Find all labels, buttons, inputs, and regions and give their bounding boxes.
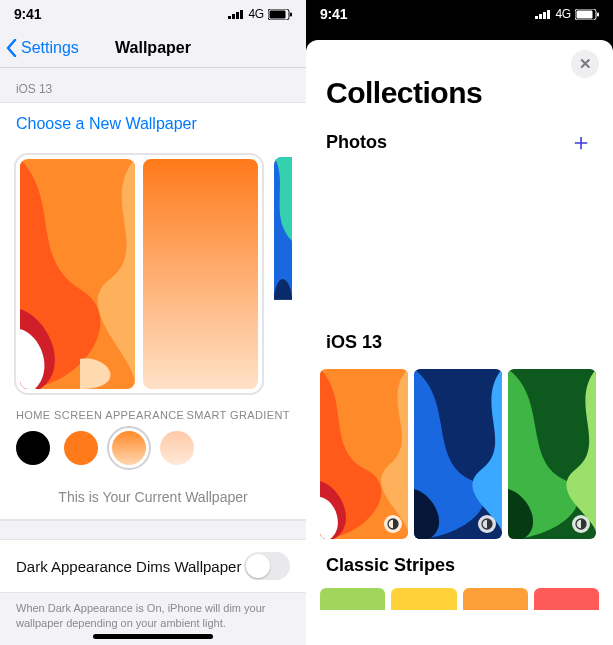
svg-rect-11 (539, 14, 542, 19)
svg-rect-12 (543, 12, 546, 19)
dynamic-icon (572, 515, 590, 533)
swatch-black[interactable] (16, 431, 50, 465)
photos-empty-area (306, 164, 613, 326)
back-label: Settings (21, 39, 79, 57)
svg-rect-6 (290, 12, 292, 16)
close-button[interactable]: ✕ (571, 50, 599, 78)
stripe-tile[interactable] (534, 588, 599, 610)
swatch-orange[interactable] (64, 431, 98, 465)
chevron-left-icon (6, 39, 18, 57)
svg-rect-15 (577, 10, 593, 18)
photos-section-header: Photos ＋ (306, 124, 613, 164)
network-label: 4G (248, 7, 264, 21)
svg-rect-8 (143, 159, 258, 389)
nav-bar: Settings Wallpaper (0, 28, 306, 68)
dark-dims-toggle[interactable] (244, 552, 290, 580)
collections-screen: 9:41 4G ✕ Collections Photos ＋ iOS 13 (306, 0, 613, 645)
wallpaper-tile-green[interactable] (508, 369, 596, 539)
wallpaper-tile-blue[interactable] (414, 369, 502, 539)
current-wallpaper-frame[interactable] (14, 153, 264, 395)
wallpaper-thumb-dynamic (20, 159, 135, 389)
stripe-tile[interactable] (320, 588, 385, 610)
svg-rect-0 (228, 16, 231, 19)
svg-rect-13 (547, 10, 550, 19)
dark-dims-row: Dark Appearance Dims Wallpaper (0, 539, 306, 593)
classic-stripes-strip[interactable] (306, 586, 613, 610)
appearance-swatch-row (0, 421, 306, 479)
status-bar: 9:41 4G (0, 0, 306, 28)
svg-rect-1 (232, 14, 235, 19)
swatch-orange-gradient[interactable] (112, 431, 146, 465)
home-indicator[interactable] (400, 634, 520, 639)
collections-sheet: ✕ Collections Photos ＋ iOS 13 (306, 40, 613, 645)
classic-stripes-title: Classic Stripes (326, 555, 455, 576)
dynamic-icon (384, 515, 402, 533)
choose-wallpaper-link[interactable]: Choose a New Wallpaper (0, 103, 306, 145)
add-photos-button[interactable]: ＋ (569, 130, 593, 154)
battery-icon (268, 9, 292, 20)
swatch-orange-pale[interactable] (160, 431, 194, 465)
section-header: iOS 13 (0, 68, 306, 102)
stripe-tile[interactable] (463, 588, 528, 610)
choose-wallpaper-cell: Choose a New Wallpaper (0, 102, 306, 521)
appearance-labels-row: HOME SCREEN APPEARANCE SMART GRADIENT (0, 405, 306, 421)
ios13-strip[interactable] (306, 363, 613, 549)
status-bar: 9:41 4G (306, 0, 613, 28)
svg-rect-10 (535, 16, 538, 19)
wallpaper-thumb-gradient (143, 159, 258, 389)
ios13-section-title: iOS 13 (326, 332, 382, 353)
wallpaper-settings-screen: 9:41 4G Settings Wallpaper iOS 13 Choose… (0, 0, 306, 645)
stripe-tile[interactable] (391, 588, 456, 610)
svg-rect-16 (597, 12, 599, 16)
wallpaper-tile-orange[interactable] (320, 369, 408, 539)
home-indicator[interactable] (93, 634, 213, 639)
smart-gradient-label: SMART GRADIENT (186, 409, 290, 421)
back-button[interactable]: Settings (0, 39, 79, 57)
dark-dims-label: Dark Appearance Dims Wallpaper (16, 558, 241, 575)
close-icon: ✕ (579, 55, 592, 73)
classic-stripes-section-header: Classic Stripes (306, 549, 613, 586)
svg-rect-3 (240, 10, 243, 19)
signal-icon (535, 9, 551, 19)
photos-section-title: Photos (326, 132, 387, 153)
collections-title: Collections (306, 40, 613, 124)
wallpaper-preview-row (0, 145, 306, 405)
network-label: 4G (555, 7, 571, 21)
status-time: 9:41 (14, 6, 41, 22)
status-time: 9:41 (320, 6, 347, 22)
battery-icon (575, 9, 599, 20)
ios13-section-header: iOS 13 (306, 326, 613, 363)
signal-icon (228, 9, 244, 19)
svg-rect-2 (236, 12, 239, 19)
home-screen-appearance-label: HOME SCREEN APPEARANCE (16, 409, 184, 421)
next-wallpaper-peek[interactable] (274, 157, 292, 395)
svg-rect-5 (270, 10, 286, 18)
dynamic-icon (478, 515, 496, 533)
current-wallpaper-caption: This is Your Current Wallpaper (0, 479, 306, 520)
